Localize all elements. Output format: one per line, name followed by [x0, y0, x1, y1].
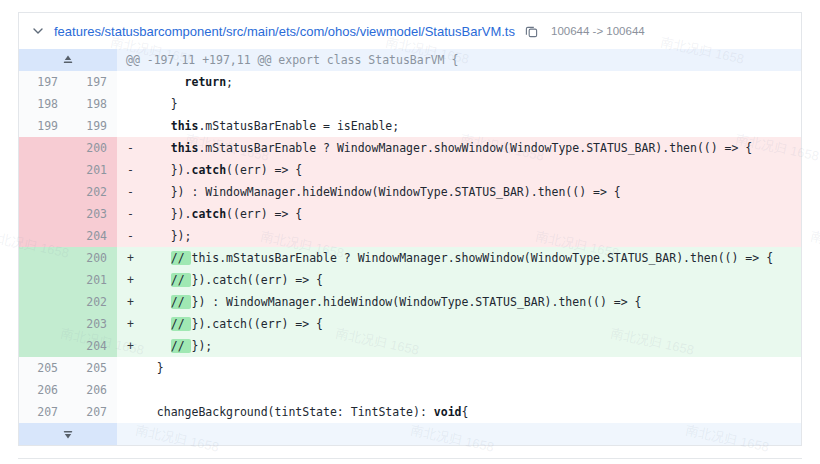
- diff-row-context: 198198 }: [19, 93, 801, 115]
- code-line: }: [143, 357, 164, 379]
- gutter: 203: [19, 203, 117, 225]
- gutter: 206206: [19, 379, 117, 401]
- diff-row-del: 201- }).catch((err) => {: [19, 159, 801, 181]
- new-line-number: 202: [19, 291, 117, 313]
- watermark-text: 南北况归 1658: [809, 227, 820, 262]
- code-line: // }) : WindowManager.hideWindow(WindowT…: [143, 291, 642, 313]
- code-cell: - }).catch((err) => {: [117, 203, 801, 225]
- code-line: changeBackground(tintState: TintState): …: [143, 401, 468, 423]
- diff-file-card: features/statusbarcomponent/src/main/ets…: [18, 12, 802, 446]
- code-cell: + // }) : WindowManager.hideWindow(Windo…: [117, 291, 801, 313]
- old-line-number: 199: [19, 115, 68, 137]
- new-line-number: 207: [68, 401, 117, 423]
- gutter: 204: [19, 335, 117, 357]
- old-line-number: 201: [19, 159, 117, 181]
- diff-row-del: 203- }).catch((err) => {: [19, 203, 801, 225]
- diff-marker: -: [117, 203, 143, 225]
- chevron-down-icon[interactable]: [29, 22, 47, 40]
- code-cell: - this.mStatusBarEnable ? WindowManager.…: [117, 137, 801, 159]
- hunk-header-text: @@ -197,11 +197,11 @@ export class Statu…: [117, 49, 801, 71]
- diff-marker: +: [117, 269, 143, 291]
- code-cell: }: [117, 93, 801, 115]
- copy-icon[interactable]: [523, 22, 541, 40]
- diff-row-add: 202+ // }) : WindowManager.hideWindow(Wi…: [19, 291, 801, 313]
- gutter: 199199: [19, 115, 117, 137]
- diff-marker: -: [117, 181, 143, 203]
- new-line-number: 198: [68, 93, 117, 115]
- diff-row-add: 203+ // }).catch((err) => {: [19, 313, 801, 335]
- gutter: 201: [19, 269, 117, 291]
- old-line-number: 197: [19, 71, 68, 93]
- gutter: 202: [19, 181, 117, 203]
- old-line-number: 206: [19, 379, 68, 401]
- old-line-number: 200: [19, 137, 117, 159]
- gutter: 200: [19, 137, 117, 159]
- gutter: 198198: [19, 93, 117, 115]
- gutter: [19, 423, 117, 445]
- code-line: // }).catch((err) => {: [143, 269, 323, 291]
- diff-row-context: 205205 }: [19, 357, 801, 379]
- diff-file-header: features/statusbarcomponent/src/main/ets…: [19, 13, 801, 49]
- code-line: // this.mStatusBarEnable ? WindowManager…: [143, 247, 773, 269]
- code-line: }) : WindowManager.hideWindow(WindowType…: [143, 181, 621, 203]
- new-line-number: 203: [19, 313, 117, 335]
- file-path-link[interactable]: features/statusbarcomponent/src/main/ets…: [54, 24, 515, 39]
- code-line: }).catch((err) => {: [143, 203, 302, 225]
- diff-marker: +: [117, 247, 143, 269]
- diff-row-hunk: @@ -197,11 +197,11 @@ export class Statu…: [19, 49, 801, 71]
- diff-row-context: 206206: [19, 379, 801, 401]
- diff-row-expand: [19, 423, 801, 445]
- section-divider: [18, 458, 802, 459]
- code-line: }: [143, 93, 178, 115]
- gutter: 201: [19, 159, 117, 181]
- page: features/statusbarcomponent/src/main/ets…: [0, 0, 820, 464]
- diff-marker: -: [117, 159, 143, 181]
- old-line-number: 198: [19, 93, 68, 115]
- file-mode-change: 100644 -> 100644: [551, 25, 645, 37]
- diff-row-context: 199199 this.mStatusBarEnable = isEnable;: [19, 115, 801, 137]
- code-line: }).catch((err) => {: [143, 159, 302, 181]
- diff-marker: +: [117, 291, 143, 313]
- new-line-number: 199: [68, 115, 117, 137]
- old-line-number: 207: [19, 401, 68, 423]
- diff-body: @@ -197,11 +197,11 @@ export class Statu…: [19, 49, 801, 445]
- new-line-number: 206: [68, 379, 117, 401]
- code-cell: + // });: [117, 335, 801, 357]
- new-line-number: 200: [19, 247, 117, 269]
- code-cell: + // this.mStatusBarEnable ? WindowManag…: [117, 247, 801, 269]
- code-cell: }: [117, 357, 801, 379]
- old-line-number: 204: [19, 225, 117, 247]
- diff-marker: +: [117, 335, 143, 357]
- expand-down-icon[interactable]: [19, 423, 117, 445]
- gutter: 197197: [19, 71, 117, 93]
- code-line: // }).catch((err) => {: [143, 313, 323, 335]
- code-cell: [117, 379, 801, 401]
- diff-marker: -: [117, 137, 143, 159]
- code-cell: changeBackground(tintState: TintState): …: [117, 401, 801, 423]
- expand-up-icon[interactable]: [19, 49, 117, 71]
- diff-row-del: 204- });: [19, 225, 801, 247]
- old-line-number: 205: [19, 357, 68, 379]
- gutter: 200: [19, 247, 117, 269]
- old-line-number: 203: [19, 203, 117, 225]
- code-cell: - });: [117, 225, 801, 247]
- code-cell: - }) : WindowManager.hideWindow(WindowTy…: [117, 181, 801, 203]
- gutter: 202: [19, 291, 117, 313]
- diff-row-del: 202- }) : WindowManager.hideWindow(Windo…: [19, 181, 801, 203]
- code-cell: + // }).catch((err) => {: [117, 313, 801, 335]
- diff-row-context: 197197 return;: [19, 71, 801, 93]
- code-line: this.mStatusBarEnable ? WindowManager.sh…: [143, 137, 752, 159]
- code-line: // });: [143, 335, 212, 357]
- code-cell: [117, 423, 801, 445]
- new-line-number: 205: [68, 357, 117, 379]
- gutter: 204: [19, 225, 117, 247]
- gutter: [19, 49, 117, 71]
- code-line: return;: [143, 71, 233, 93]
- code-cell: + // }).catch((err) => {: [117, 269, 801, 291]
- diff-row-add: 204+ // });: [19, 335, 801, 357]
- code-cell: return;: [117, 71, 801, 93]
- gutter: 205205: [19, 357, 117, 379]
- new-line-number: 201: [19, 269, 117, 291]
- code-line: this.mStatusBarEnable = isEnable;: [143, 115, 399, 137]
- diff-marker: +: [117, 313, 143, 335]
